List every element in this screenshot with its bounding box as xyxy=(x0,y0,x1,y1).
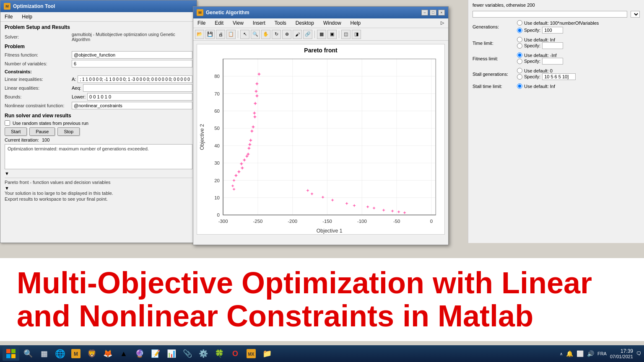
time-specify-input[interactable] xyxy=(542,42,563,49)
svg-text:30: 30 xyxy=(214,160,220,165)
tb-pan[interactable]: ✋ xyxy=(261,30,270,39)
taskbar-notifications[interactable]: 🔔 xyxy=(566,350,573,357)
start-button[interactable]: Start xyxy=(5,127,27,136)
lin-eq-input[interactable] xyxy=(83,84,192,92)
lin-eq-label: Linear equalities: xyxy=(5,85,72,90)
ga-menu-tools[interactable]: Tools xyxy=(273,19,288,27)
fitness-specify-input[interactable] xyxy=(542,58,563,65)
tb-prop-editor[interactable]: ◨ xyxy=(352,30,361,39)
stall-gen-label: Stall generations: xyxy=(473,72,514,77)
taskbar-volume[interactable]: 🔊 xyxy=(587,350,594,357)
taskbar-word[interactable]: 📝 xyxy=(148,346,163,361)
taskbar-fileexplorer[interactable]: 📁 xyxy=(260,346,274,361)
taskbar-matlab-app[interactable]: M xyxy=(69,346,83,361)
ga-menu-file[interactable]: File xyxy=(196,19,207,27)
tb-copy[interactable]: 📋 xyxy=(226,30,236,39)
stall-gen-specify-radio[interactable] xyxy=(517,74,522,80)
gen-specify-input[interactable] xyxy=(542,27,563,34)
fitness-default-label: Use default: -Inf xyxy=(517,52,563,58)
taskbar-excel[interactable]: 📊 xyxy=(164,346,179,361)
random-states-row: Use random states from previous run xyxy=(5,120,192,126)
overlay-line2: and Nonlinear Constraints in Matlab xyxy=(17,300,627,333)
taskbar-matlab2[interactable]: ▲ xyxy=(117,346,131,361)
svg-text:Objective 1: Objective 1 xyxy=(317,228,343,234)
tb-insert-colorbar[interactable]: ▦ xyxy=(317,30,326,39)
taskbar-settings-app[interactable]: 🔮 xyxy=(132,346,147,361)
expand-arrow[interactable]: ▼ xyxy=(5,171,192,176)
numvars-label: Number of variables: xyxy=(5,61,72,66)
pareto-label: Pareto front - function values and decis… xyxy=(5,180,192,185)
lower-input[interactable] xyxy=(87,93,192,101)
expand-icon[interactable]: ▷ xyxy=(439,19,446,27)
windows-icon xyxy=(6,349,16,358)
time-specify-radio[interactable] xyxy=(517,43,522,49)
taskbar-powerpoint[interactable]: 📎 xyxy=(180,346,195,361)
gen-specify-radio[interactable] xyxy=(517,28,522,33)
tb-datacursor[interactable]: ⊕ xyxy=(282,30,291,39)
taskbar-opera[interactable]: O xyxy=(228,346,242,361)
stall-gen-specify-input[interactable] xyxy=(542,73,576,80)
nonlinear-input[interactable] xyxy=(72,102,192,109)
ga-menu-insert[interactable]: Insert xyxy=(251,19,267,27)
stall-gen-default-radio[interactable] xyxy=(517,68,522,73)
rp-select1[interactable] xyxy=(631,11,640,18)
rp-field1 xyxy=(473,11,640,18)
ga-menu-window[interactable]: Window xyxy=(322,19,343,27)
taskbar-app2[interactable]: 🍀 xyxy=(212,346,226,361)
minimize-button[interactable]: – xyxy=(421,10,428,16)
start-menu-button[interactable] xyxy=(3,346,19,361)
random-states-checkbox[interactable] xyxy=(5,120,10,126)
stall-time-section: Stall time limit: Use default: Inf xyxy=(473,83,640,89)
tb-save[interactable]: 💾 xyxy=(205,30,215,39)
matlab-icon: M xyxy=(4,3,10,10)
taskbar-clock[interactable]: 17:39 07/01/2021 xyxy=(610,348,633,359)
taskbar-notification-center[interactable]: 🗨 xyxy=(636,351,641,357)
fitness-default-radio[interactable] xyxy=(517,52,522,58)
menu-help[interactable]: Help xyxy=(20,13,34,21)
gen-default-radio[interactable] xyxy=(517,20,522,26)
ga-menu-edit[interactable]: Edit xyxy=(213,19,225,27)
taskbar-app1[interactable]: ⚙️ xyxy=(196,346,210,361)
numvars-input[interactable] xyxy=(72,60,192,67)
fitness-input[interactable] xyxy=(72,51,192,59)
maximize-button[interactable]: □ xyxy=(430,10,436,16)
tb-insert-legend[interactable]: ▣ xyxy=(327,30,337,39)
taskbar-chrome[interactable]: 🌐 xyxy=(53,346,67,361)
output-box: Optimization terminated: maximum number … xyxy=(5,144,192,169)
svg-text:Objective 2: Objective 2 xyxy=(199,124,205,150)
random-states-label: Use random states from previous run xyxy=(13,121,88,126)
menu-file[interactable]: File xyxy=(3,13,14,21)
tb-zoom-in[interactable]: 🔍 xyxy=(251,30,260,39)
tb-rotate[interactable]: ↻ xyxy=(272,30,281,39)
taskbar-task-view[interactable]: ▦ xyxy=(37,346,51,361)
tb-open[interactable]: 📂 xyxy=(195,30,204,39)
tb-plot-browser[interactable]: ◫ xyxy=(341,30,351,39)
tb-link[interactable]: 🔗 xyxy=(303,30,312,39)
taskbar-app3[interactable]: MX xyxy=(244,346,258,361)
tb-print[interactable]: 🖨 xyxy=(216,30,225,39)
stall-time-default-radio[interactable] xyxy=(517,83,522,89)
taskbar-firefox[interactable]: 🦊 xyxy=(101,346,115,361)
fitness-specify-radio[interactable] xyxy=(517,59,522,64)
pause-button[interactable]: Pause xyxy=(29,127,55,136)
lin-ineq-input[interactable] xyxy=(78,75,192,83)
constraints-label: Constraints: xyxy=(5,69,192,74)
collapse-arrow[interactable]: ▼ xyxy=(5,186,192,191)
taskbar-search[interactable]: 🔍 xyxy=(21,346,35,361)
nonlinear-label: Nonlinear constraint function: xyxy=(5,103,72,108)
taskbar-brave[interactable]: 🦁 xyxy=(85,346,99,361)
tb-brush[interactable]: 🖌 xyxy=(293,30,302,39)
ga-menu-help[interactable]: Help xyxy=(349,19,363,27)
svg-text:✦: ✦ xyxy=(330,197,335,203)
taskbar-screen[interactable]: ⬜ xyxy=(576,350,584,357)
close-button[interactable]: × xyxy=(438,10,445,16)
ga-menu-view[interactable]: View xyxy=(231,19,245,27)
taskbar-language[interactable]: FRA xyxy=(597,351,607,356)
taskbar-chevron[interactable]: ∧ xyxy=(560,352,563,356)
stop-button[interactable]: Stop xyxy=(57,127,80,136)
rp-input1[interactable] xyxy=(473,11,627,18)
time-default-radio[interactable] xyxy=(517,37,522,42)
ga-menu-desktop[interactable]: Desktop xyxy=(294,19,316,27)
tb-cursor[interactable]: ↖ xyxy=(240,30,249,39)
time-default-label: Use default: Inf xyxy=(517,37,563,42)
